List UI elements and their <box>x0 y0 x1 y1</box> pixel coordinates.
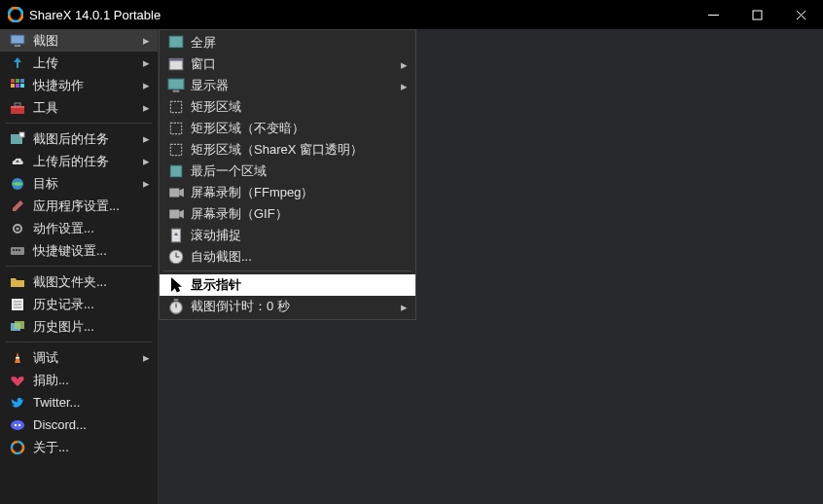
submenu-item-last-region[interactable]: 最后一个区域 <box>160 161 415 182</box>
sidebar-item-screenshots-folder[interactable]: 截图文件夹... <box>0 270 158 293</box>
submenu-item-fullscreen[interactable]: 全屏 <box>160 32 415 54</box>
heart-icon <box>10 373 25 388</box>
submenu-item-show-cursor[interactable]: 显示指针 <box>160 274 415 296</box>
svg-rect-51 <box>169 210 179 219</box>
submenu-item-region-light[interactable]: 矩形区域（不变暗） <box>160 118 415 139</box>
svg-rect-21 <box>19 132 24 137</box>
images-icon <box>10 319 25 335</box>
fullscreen-icon <box>167 35 185 51</box>
submenu-item-monitor[interactable]: 显示器 ▸ <box>160 75 415 96</box>
submenu-item-region[interactable]: 矩形区域 <box>160 96 415 118</box>
sidebar-item-label: 应用程序设置... <box>33 198 152 215</box>
sidebar-item-label: 上传后的任务 <box>33 153 140 170</box>
svg-rect-43 <box>169 58 183 60</box>
sidebar-item-hotkey-settings[interactable]: 快捷键设置... <box>0 239 158 262</box>
sidebar-item-task-settings[interactable]: 动作设置... <box>0 217 158 239</box>
capture-submenu: 全屏 窗口 ▸ 显示器 ▸ 矩形区域 矩形区域（不变暗） 矩形区域（ShareX… <box>159 29 416 320</box>
sidebar-item-debug[interactable]: 调试 ▸ <box>0 346 158 369</box>
svg-rect-34 <box>15 321 24 329</box>
svg-rect-13 <box>20 79 24 83</box>
svg-point-37 <box>15 423 17 425</box>
svg-point-38 <box>18 423 20 425</box>
submenu-item-screen-record-ffmpeg[interactable]: 屏幕录制（FFmpeg） <box>160 182 415 203</box>
close-button[interactable] <box>779 0 823 29</box>
sidebar-item-donate[interactable]: 捐助... <box>0 369 158 391</box>
svg-rect-27 <box>16 249 18 251</box>
submenu-item-screen-record-gif[interactable]: 屏幕录制（GIF） <box>160 203 415 225</box>
submenu-item-scrolling-capture[interactable]: 滚动捕捉 <box>160 225 415 246</box>
chevron-right-icon: ▸ <box>140 55 152 70</box>
sidebar-item-capture[interactable]: 截图 ▸ <box>0 29 158 52</box>
submenu-item-countdown[interactable]: 截图倒计时：0 秒 ▸ <box>160 296 415 317</box>
sidebar-item-after-upload[interactable]: 上传后的任务 ▸ <box>0 150 158 172</box>
svg-rect-16 <box>20 84 24 88</box>
svg-rect-3 <box>753 11 762 19</box>
submenu-item-region-transparent[interactable]: 矩形区域（ShareX 窗口透明） <box>160 139 415 161</box>
sidebar-item-discord[interactable]: Discord... <box>0 414 158 436</box>
grid-icon <box>10 78 25 93</box>
separator <box>163 270 412 271</box>
svg-rect-41 <box>169 36 183 47</box>
chevron-right-icon: ▸ <box>140 33 152 48</box>
svg-rect-12 <box>16 79 19 83</box>
sidebar-item-tools[interactable]: 工具 ▸ <box>0 96 158 119</box>
sidebar-item-history[interactable]: 历史记录... <box>0 293 158 315</box>
sidebar: 截图 ▸ 上传 ▸ 快捷动作 ▸ 工具 ▸ 截图后的任务 ▸ 上传后的任务 ▸ … <box>0 29 159 504</box>
record-icon <box>167 185 185 200</box>
sidebar-item-label: Discord... <box>33 417 152 432</box>
sidebar-item-label: 动作设置... <box>33 220 152 237</box>
sidebar-item-label: 截图文件夹... <box>33 273 152 291</box>
sidebar-item-workflows[interactable]: 快捷动作 ▸ <box>0 74 158 96</box>
chevron-right-icon: ▸ <box>398 79 410 93</box>
window-icon <box>167 56 185 72</box>
minimize-button[interactable] <box>692 0 735 29</box>
separator <box>6 123 152 124</box>
monitor-icon <box>10 33 25 49</box>
folder-image-icon <box>10 274 25 290</box>
submenu-item-label: 全屏 <box>191 34 410 52</box>
submenu-item-label: 滚动捕捉 <box>191 227 410 244</box>
submenu-item-label: 矩形区域（不变暗） <box>191 120 410 137</box>
sidebar-item-image-history[interactable]: 历史图片... <box>0 315 158 338</box>
submenu-item-label: 矩形区域（ShareX 窗口透明） <box>191 141 410 159</box>
chevron-right-icon: ▸ <box>140 78 152 92</box>
sidebar-item-app-settings[interactable]: 应用程序设置... <box>0 195 158 217</box>
titlebar: ShareX 14.0.1 Portable <box>0 0 823 29</box>
chevron-right-icon: ▸ <box>140 350 152 365</box>
sidebar-item-destinations[interactable]: 目标 ▸ <box>0 172 158 195</box>
sidebar-item-about[interactable]: 关于... <box>0 436 158 458</box>
timer-icon <box>167 299 185 314</box>
maximize-button[interactable] <box>735 0 779 29</box>
monitor-icon <box>167 78 185 93</box>
svg-point-36 <box>11 420 24 430</box>
submenu-item-window[interactable]: 窗口 ▸ <box>160 54 415 75</box>
svg-rect-45 <box>173 90 180 92</box>
submenu-item-label: 矩形区域 <box>191 98 410 116</box>
scroll-icon <box>167 228 185 243</box>
svg-rect-14 <box>11 84 15 88</box>
sidebar-item-label: 截图 <box>33 32 140 50</box>
region-icon <box>167 99 185 115</box>
sidebar-item-after-capture[interactable]: 截图后的任务 ▸ <box>0 127 158 150</box>
svg-rect-44 <box>168 79 184 89</box>
window-title: ShareX 14.0.1 Portable <box>29 8 692 22</box>
chevron-right-icon: ▸ <box>140 100 152 115</box>
svg-rect-46 <box>170 101 181 112</box>
sidebar-item-upload[interactable]: 上传 ▸ <box>0 52 158 74</box>
svg-rect-35 <box>16 357 19 359</box>
twitter-icon <box>10 395 25 411</box>
sidebar-item-label: 快捷键设置... <box>33 242 152 260</box>
sidebar-item-twitter[interactable]: Twitter... <box>0 391 158 414</box>
svg-rect-47 <box>170 123 181 133</box>
sidebar-item-label: 上传 <box>33 54 140 72</box>
sidebar-item-label: 截图后的任务 <box>33 130 140 148</box>
submenu-item-auto-capture[interactable]: 自动截图... <box>160 246 415 268</box>
svg-rect-49 <box>170 165 181 176</box>
svg-rect-9 <box>11 35 24 44</box>
list-icon <box>10 297 25 312</box>
sidebar-item-label: 快捷动作 <box>33 77 140 94</box>
submenu-item-label: 窗口 <box>191 55 398 73</box>
sidebar-item-label: 历史记录... <box>33 296 152 313</box>
sharex-mini-icon <box>10 440 25 455</box>
svg-point-24 <box>17 227 19 230</box>
